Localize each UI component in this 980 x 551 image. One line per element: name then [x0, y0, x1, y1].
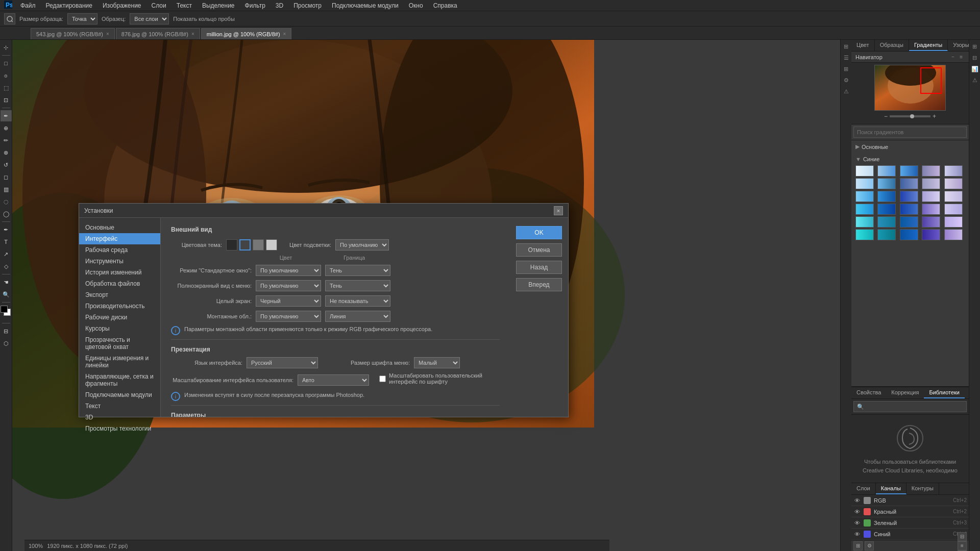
panel-tab-samples[interactable]: Образцы	[875, 40, 909, 51]
pen-tool[interactable]: ✒	[1, 224, 12, 235]
gradient-swatch-26[interactable]	[855, 229, 874, 240]
gradient-swatch-22[interactable]	[877, 216, 896, 228]
gradient-swatch-3[interactable]	[900, 165, 918, 177]
theme-medium[interactable]	[253, 239, 264, 251]
ui-scaling-select[interactable]: Авто	[298, 374, 369, 386]
3d-mode-tool[interactable]: ⬡	[1, 338, 12, 349]
nav-menu-btn[interactable]: ≡	[958, 54, 965, 60]
panel-icon-4[interactable]: ⚙	[842, 76, 851, 85]
libraries-tab[interactable]: Библиотеки	[924, 387, 965, 398]
gradient-swatch-30[interactable]	[944, 229, 963, 240]
path-tool[interactable]: ↗	[1, 248, 12, 260]
back-button[interactable]: Назад	[516, 261, 562, 274]
gradient-swatch-8[interactable]	[900, 178, 918, 189]
eraser-tool[interactable]: ◻	[1, 171, 12, 183]
menu-text[interactable]: Текст	[173, 1, 196, 10]
menu-window[interactable]: Окно	[405, 1, 427, 10]
scale-ui-checkbox[interactable]	[379, 375, 386, 382]
channel-eye-red[interactable]: 👁	[853, 508, 861, 515]
standard-mode-border-select[interactable]: Тень	[325, 265, 390, 276]
screen-mode-tool[interactable]: ⊟	[1, 325, 12, 337]
contours-tab[interactable]: Контуры	[906, 483, 939, 494]
gradient-swatch-20[interactable]	[944, 204, 963, 215]
menu-layer[interactable]: Слои	[148, 1, 170, 10]
theme-medium-dark[interactable]	[239, 239, 251, 251]
channel-grid-btn[interactable]: ⊟	[958, 532, 967, 541]
gradient-section-basic-header[interactable]: ▶ Основные	[855, 142, 965, 151]
channel-add-btn[interactable]: ⊞	[853, 541, 863, 550]
channel-row-blue[interactable]: 👁 Синий Ctrl+4	[851, 529, 969, 540]
layers-tab[interactable]: Слои	[851, 483, 876, 494]
gradient-swatch-12[interactable]	[877, 191, 896, 202]
fullscreen-border-select[interactable]: Не показывать	[325, 295, 390, 307]
dialog-nav-interface[interactable]: Интерфейс	[79, 233, 160, 244]
gradient-swatch-27[interactable]	[877, 229, 896, 240]
dialog-nav-file-handling[interactable]: Обработка файлов	[79, 278, 160, 289]
gradient-swatch-6[interactable]	[855, 178, 874, 189]
sample-select[interactable]: Все слои	[130, 13, 169, 24]
gradient-swatch-10[interactable]	[944, 178, 963, 189]
channel-eye-rgb[interactable]: 👁	[853, 497, 861, 504]
menu-image[interactable]: Изображение	[99, 1, 145, 10]
brush-tool[interactable]: ✏	[1, 135, 12, 146]
dialog-nav-text[interactable]: Текст	[79, 400, 160, 412]
eyedropper-tool[interactable]: ✒	[1, 110, 12, 121]
tab-close-0[interactable]: ×	[106, 31, 109, 37]
right-icon-3[interactable]: 📊	[970, 64, 979, 73]
blur-tool[interactable]: ◌	[1, 196, 12, 207]
zoom-tool[interactable]: 🔍	[1, 289, 12, 300]
move-tool[interactable]: ⊹	[1, 42, 12, 53]
tab-0[interactable]: 543.jpg @ 100% (RGB/8#) ×	[31, 28, 115, 39]
libraries-search-input[interactable]	[853, 401, 967, 412]
gradient-swatch-19[interactable]	[922, 204, 940, 215]
panel-tab-gradients[interactable]: Градиенты	[909, 40, 948, 51]
ok-button[interactable]: OK	[516, 226, 562, 239]
panel-icon-5[interactable]: ⚠	[842, 87, 851, 96]
zoom-out-icon[interactable]: −	[884, 113, 888, 120]
shape-tool[interactable]: ◇	[1, 261, 12, 272]
channel-options-btn[interactable]: ⚙	[865, 541, 874, 550]
gradient-swatch-7[interactable]	[877, 178, 896, 189]
menu-font-size-select[interactable]: Малый	[414, 357, 460, 368]
gradient-swatch-1[interactable]	[855, 165, 874, 177]
foreground-color[interactable]	[1, 306, 8, 313]
nav-zoom-slider[interactable]	[890, 115, 930, 117]
gradient-swatch-24[interactable]	[922, 216, 940, 228]
channels-tab[interactable]: Каналы	[876, 483, 906, 494]
gradient-swatch-17[interactable]	[877, 204, 896, 215]
artboard-color-select[interactable]: По умолчанию	[256, 311, 321, 322]
dialog-nav-technology[interactable]: Просмотры технологии	[79, 423, 160, 434]
panel-icon-2[interactable]: ☰	[842, 53, 851, 62]
gradient-swatch-13[interactable]	[900, 191, 918, 202]
menu-view[interactable]: Просмотр	[289, 1, 326, 10]
dialog-nav-units[interactable]: Единицы измерения и линейки	[79, 353, 160, 371]
gradient-swatch-2[interactable]	[877, 165, 896, 177]
artboard-border-select[interactable]: Линия	[325, 311, 390, 322]
gradient-swatch-11[interactable]	[855, 191, 874, 202]
correction-tab[interactable]: Коррекция	[886, 387, 924, 398]
right-icon-1[interactable]: ⊞	[970, 42, 979, 51]
gradient-swatch-21[interactable]	[855, 216, 874, 228]
panel-icon-1[interactable]: ⊞	[842, 42, 851, 51]
dialog-nav-workspace[interactable]: Рабочая среда	[79, 244, 160, 256]
dialog-nav-3d[interactable]: 3D	[79, 412, 160, 423]
gradient-search-input[interactable]	[853, 127, 967, 138]
fullscreen-color-select[interactable]: Черный	[256, 295, 321, 307]
marquee-tool[interactable]: □	[1, 58, 12, 69]
crop-tool[interactable]: ⊡	[1, 94, 12, 106]
size-select[interactable]: Точка	[67, 13, 97, 24]
dialog-nav-export[interactable]: Экспорт	[79, 289, 160, 300]
theme-light[interactable]	[266, 239, 277, 251]
theme-dark[interactable]	[226, 239, 237, 251]
healing-tool[interactable]: ⊕	[1, 122, 12, 134]
gradient-swatch-29[interactable]	[922, 229, 940, 240]
panel-tab-color[interactable]: Цвет	[851, 40, 875, 51]
gradient-swatch-18[interactable]	[900, 204, 918, 215]
object-select-tool[interactable]: ⬚	[1, 82, 12, 93]
interface-lang-select[interactable]: Русский	[247, 357, 318, 368]
gradient-swatch-14[interactable]	[922, 191, 940, 202]
gradient-swatch-28[interactable]	[900, 229, 918, 240]
menu-plugins[interactable]: Подключаемые модули	[328, 1, 403, 10]
channel-row-rgb[interactable]: 👁 RGB Ctrl+2	[851, 495, 969, 506]
dialog-nav-scratch-disks[interactable]: Рабочие диски	[79, 312, 160, 323]
